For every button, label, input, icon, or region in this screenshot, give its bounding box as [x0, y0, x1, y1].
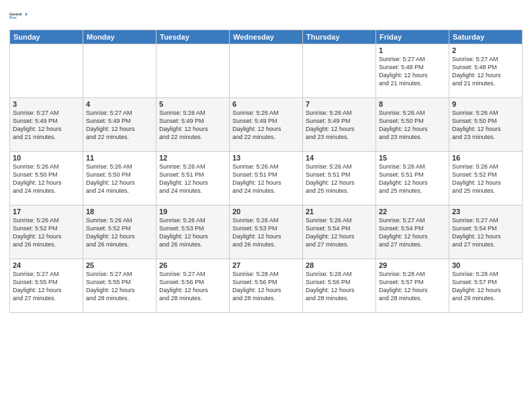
day-number: 29 [379, 261, 446, 269]
header-row: SundayMondayTuesdayWednesdayThursdayFrid… [10, 30, 523, 44]
day-number: 16 [452, 154, 519, 162]
day-info: Sunrise: 5:26 AM Sunset: 5:49 PM Dayligh… [232, 109, 300, 142]
day-number: 11 [86, 154, 153, 162]
calendar-cell: 29Sunrise: 5:28 AM Sunset: 5:57 PM Dayli… [376, 259, 449, 313]
day-info: Sunrise: 5:27 AM Sunset: 5:48 PM Dayligh… [452, 55, 519, 88]
calendar-cell [83, 44, 157, 98]
calendar-cell: 1Sunrise: 5:27 AM Sunset: 5:48 PM Daylig… [376, 44, 449, 98]
calendar-cell: 10Sunrise: 5:26 AM Sunset: 5:50 PM Dayli… [10, 152, 83, 205]
day-number: 22 [379, 208, 446, 216]
day-number: 18 [86, 208, 153, 216]
col-header-tuesday: Tuesday [157, 30, 230, 44]
calendar-week-3: 10Sunrise: 5:26 AM Sunset: 5:50 PM Dayli… [10, 152, 523, 205]
calendar-cell: 28Sunrise: 5:28 AM Sunset: 5:56 PM Dayli… [303, 259, 376, 313]
calendar-cell [10, 44, 83, 98]
svg-text:Blue: Blue [9, 16, 17, 19]
day-number: 17 [13, 208, 80, 216]
day-info: Sunrise: 5:26 AM Sunset: 5:51 PM Dayligh… [232, 163, 300, 195]
calendar-cell [157, 44, 230, 98]
day-info: Sunrise: 5:27 AM Sunset: 5:55 PM Dayligh… [86, 270, 153, 303]
calendar-cell: 23Sunrise: 5:27 AM Sunset: 5:54 PM Dayli… [449, 205, 523, 259]
calendar-cell: 4Sunrise: 5:27 AM Sunset: 5:49 PM Daylig… [83, 98, 157, 152]
day-number: 15 [379, 154, 446, 162]
col-header-sunday: Sunday [10, 30, 83, 44]
day-info: Sunrise: 5:26 AM Sunset: 5:51 PM Dayligh… [379, 163, 446, 195]
day-number: 23 [452, 208, 519, 216]
calendar-cell: 18Sunrise: 5:26 AM Sunset: 5:52 PM Dayli… [83, 205, 157, 259]
header: General Blue [9, 7, 523, 26]
day-number: 27 [232, 261, 300, 269]
svg-text:General: General [9, 13, 22, 16]
day-info: Sunrise: 5:26 AM Sunset: 5:49 PM Dayligh… [306, 109, 373, 142]
day-number: 14 [306, 154, 373, 162]
day-number: 28 [306, 261, 373, 269]
day-info: Sunrise: 5:26 AM Sunset: 5:54 PM Dayligh… [306, 216, 373, 249]
day-number: 19 [159, 208, 226, 216]
day-info: Sunrise: 5:27 AM Sunset: 5:49 PM Dayligh… [13, 109, 80, 142]
day-info: Sunrise: 5:27 AM Sunset: 5:54 PM Dayligh… [379, 216, 446, 249]
col-header-friday: Friday [376, 30, 449, 44]
day-number: 2 [452, 46, 519, 54]
day-number: 4 [86, 100, 153, 108]
calendar-week-2: 3Sunrise: 5:27 AM Sunset: 5:49 PM Daylig… [10, 98, 523, 152]
svg-marker-1 [26, 12, 28, 16]
day-info: Sunrise: 5:28 AM Sunset: 5:57 PM Dayligh… [379, 270, 446, 303]
calendar-cell: 2Sunrise: 5:27 AM Sunset: 5:48 PM Daylig… [449, 44, 523, 98]
page: General Blue SundayMondayTuesdayWednesda… [0, 0, 532, 411]
calendar-cell: 12Sunrise: 5:26 AM Sunset: 5:51 PM Dayli… [157, 152, 230, 205]
day-info: Sunrise: 5:28 AM Sunset: 5:56 PM Dayligh… [232, 270, 300, 303]
calendar-cell: 22Sunrise: 5:27 AM Sunset: 5:54 PM Dayli… [376, 205, 449, 259]
logo-icon: General Blue [9, 7, 28, 26]
day-info: Sunrise: 5:26 AM Sunset: 5:51 PM Dayligh… [159, 163, 226, 195]
day-info: Sunrise: 5:26 AM Sunset: 5:50 PM Dayligh… [379, 109, 446, 142]
calendar-cell: 27Sunrise: 5:28 AM Sunset: 5:56 PM Dayli… [230, 259, 303, 313]
logo: General Blue [9, 7, 28, 26]
calendar-cell: 30Sunrise: 5:28 AM Sunset: 5:57 PM Dayli… [449, 259, 523, 313]
calendar-cell [303, 44, 376, 98]
day-number: 6 [232, 100, 300, 108]
day-number: 13 [232, 154, 300, 162]
day-number: 12 [159, 154, 226, 162]
day-number: 26 [159, 261, 226, 269]
day-number: 20 [232, 208, 300, 216]
calendar-cell: 15Sunrise: 5:26 AM Sunset: 5:51 PM Dayli… [376, 152, 449, 205]
calendar-week-1: 1Sunrise: 5:27 AM Sunset: 5:48 PM Daylig… [10, 44, 523, 98]
calendar-cell: 8Sunrise: 5:26 AM Sunset: 5:50 PM Daylig… [376, 98, 449, 152]
day-info: Sunrise: 5:27 AM Sunset: 5:48 PM Dayligh… [379, 55, 446, 88]
calendar-cell: 17Sunrise: 5:26 AM Sunset: 5:52 PM Dayli… [10, 205, 83, 259]
day-number: 30 [452, 261, 519, 269]
calendar-week-4: 17Sunrise: 5:26 AM Sunset: 5:52 PM Dayli… [10, 205, 523, 259]
day-number: 10 [13, 154, 80, 162]
calendar-cell: 9Sunrise: 5:26 AM Sunset: 5:50 PM Daylig… [449, 98, 523, 152]
calendar-cell: 6Sunrise: 5:26 AM Sunset: 5:49 PM Daylig… [230, 98, 303, 152]
calendar-cell [230, 44, 303, 98]
day-number: 7 [306, 100, 373, 108]
day-info: Sunrise: 5:26 AM Sunset: 5:52 PM Dayligh… [13, 216, 80, 249]
day-number: 21 [306, 208, 373, 216]
day-number: 9 [452, 100, 519, 108]
day-number: 5 [159, 100, 226, 108]
day-info: Sunrise: 5:26 AM Sunset: 5:49 PM Dayligh… [159, 109, 226, 142]
calendar-cell: 5Sunrise: 5:26 AM Sunset: 5:49 PM Daylig… [157, 98, 230, 152]
calendar-cell: 21Sunrise: 5:26 AM Sunset: 5:54 PM Dayli… [303, 205, 376, 259]
calendar-cell: 16Sunrise: 5:26 AM Sunset: 5:52 PM Dayli… [449, 152, 523, 205]
day-number: 1 [379, 46, 446, 54]
calendar-cell: 14Sunrise: 5:26 AM Sunset: 5:51 PM Dayli… [303, 152, 376, 205]
day-number: 25 [86, 261, 153, 269]
day-info: Sunrise: 5:26 AM Sunset: 5:50 PM Dayligh… [86, 163, 153, 195]
calendar-cell: 11Sunrise: 5:26 AM Sunset: 5:50 PM Dayli… [83, 152, 157, 205]
day-number: 24 [13, 261, 80, 269]
day-number: 8 [379, 100, 446, 108]
day-number: 3 [13, 100, 80, 108]
day-info: Sunrise: 5:27 AM Sunset: 5:49 PM Dayligh… [86, 109, 153, 142]
day-info: Sunrise: 5:26 AM Sunset: 5:50 PM Dayligh… [452, 109, 519, 142]
day-info: Sunrise: 5:27 AM Sunset: 5:56 PM Dayligh… [159, 270, 226, 303]
col-header-thursday: Thursday [303, 30, 376, 44]
calendar-cell: 26Sunrise: 5:27 AM Sunset: 5:56 PM Dayli… [157, 259, 230, 313]
calendar-cell: 25Sunrise: 5:27 AM Sunset: 5:55 PM Dayli… [83, 259, 157, 313]
calendar-cell: 7Sunrise: 5:26 AM Sunset: 5:49 PM Daylig… [303, 98, 376, 152]
col-header-monday: Monday [83, 30, 157, 44]
col-header-saturday: Saturday [449, 30, 523, 44]
calendar-week-5: 24Sunrise: 5:27 AM Sunset: 5:55 PM Dayli… [10, 259, 523, 313]
col-header-wednesday: Wednesday [230, 30, 303, 44]
